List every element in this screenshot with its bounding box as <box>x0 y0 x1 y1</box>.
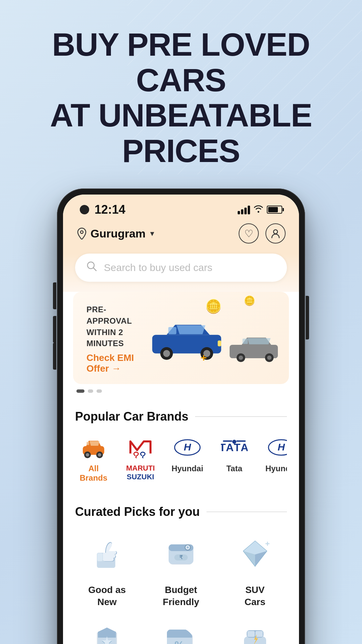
curated-picks-title: Curated Picks for you <box>75 505 200 519</box>
profile-button[interactable] <box>265 223 286 244</box>
certified-cars-icon <box>88 624 125 644</box>
svg-text:H: H <box>278 441 285 452</box>
profile-icon <box>270 228 281 238</box>
svg-point-40 <box>187 546 189 548</box>
svg-rect-33 <box>97 553 103 561</box>
banner-cta-button[interactable]: Check EMI Offer → <box>86 353 146 374</box>
svg-point-0 <box>80 231 83 233</box>
status-icons <box>238 204 282 215</box>
brands-row: All Brands <box>75 436 287 486</box>
signal-bars-icon <box>238 205 250 214</box>
svg-rect-9 <box>218 340 221 346</box>
svg-point-15 <box>267 356 272 360</box>
app-header: Gurugram ▾ ♡ <box>63 220 299 254</box>
phone-mockup: 12:14 <box>0 182 362 644</box>
status-bar: 12:14 <box>63 195 299 220</box>
phone-frame: 12:14 <box>57 189 305 644</box>
curated-divider <box>206 512 287 512</box>
search-icon <box>86 260 98 275</box>
good-as-new-icon-bg <box>83 531 130 578</box>
wishlist-button[interactable]: ♡ <box>239 223 259 244</box>
good-as-new-label: Good asNew <box>88 584 126 608</box>
curated-item-discount[interactable]: % DiscountedOffers <box>149 619 213 644</box>
hyundai-h-icon-2: H <box>268 439 287 456</box>
hyundai-logo-1: H <box>172 436 202 459</box>
svg-text:H: H <box>184 441 191 452</box>
hyundai-label-1: Hyundai <box>172 464 203 473</box>
banner-section: PRE-APPROVALWITHIN 2 MINUTES Check EMI O… <box>63 292 299 396</box>
svg-rect-55 <box>255 631 263 637</box>
banner-dot-3[interactable] <box>97 389 102 393</box>
discount-offers-icon: % <box>163 624 199 644</box>
svg-rect-11 <box>242 338 248 344</box>
hyundai-h-icon: H <box>174 439 201 456</box>
plus-decoration: + <box>200 352 207 364</box>
curated-item-certified[interactable]: CertifiedCars <box>75 619 139 644</box>
svg-point-21 <box>98 453 101 457</box>
location-city: Gurugram <box>90 227 145 240</box>
section-divider <box>195 416 287 417</box>
svg-point-13 <box>239 356 243 360</box>
status-time: 12:14 <box>95 203 125 217</box>
curated-item-budget[interactable]: ₹ BudgetFriendly <box>149 531 213 608</box>
battery-icon <box>267 206 282 214</box>
curated-item-electric[interactable]: ElectricCars <box>223 619 287 644</box>
brand-item-hyundai-1[interactable]: H Hyundai <box>169 436 206 483</box>
banner-text: PRE-APPROVALWITHIN 2 MINUTES Check EMI O… <box>86 304 146 374</box>
budget-icon-bg: ₹ <box>158 531 204 578</box>
tata-icon: TATA <box>221 439 248 456</box>
suv-cars-label: SUVCars <box>245 584 265 608</box>
all-brands-car-icon <box>80 437 107 458</box>
budget-friendly-label: BudgetFriendly <box>163 584 199 608</box>
brand-item-hyundai-2[interactable]: H Hyundai <box>263 436 287 483</box>
maruti-logo <box>125 436 156 459</box>
search-placeholder: Search to buy used cars <box>104 262 276 273</box>
suv-icon-bg <box>232 531 279 578</box>
popular-brands-section: Popular Car Brands <box>63 396 299 493</box>
svg-point-6 <box>163 350 170 357</box>
banner-dot-2[interactable] <box>88 389 93 393</box>
svg-text:%: % <box>175 639 184 644</box>
banner-dot-1[interactable] <box>76 389 84 393</box>
curated-picks-section: Curated Picks for you <box>63 493 299 644</box>
blue-suv-icon <box>146 317 227 361</box>
curated-item-suv[interactable]: SUVCars <box>223 531 287 608</box>
svg-point-19 <box>86 453 89 457</box>
discount-icon-bg: % <box>158 619 204 644</box>
popular-brands-title: Popular Car Brands <box>75 410 188 424</box>
search-bar[interactable]: Search to buy used cars <box>75 254 287 282</box>
svg-point-1 <box>274 230 278 234</box>
hero-title: BUY PRE LOVED CARS AT UNBEATABLE PRICES <box>20 27 342 168</box>
brand-item-tata[interactable]: TATA Tata <box>216 436 253 483</box>
all-brands-label: All Brands <box>75 464 112 483</box>
coin-decoration-2: 🪙 <box>244 295 255 306</box>
location-pin-icon <box>76 227 87 239</box>
svg-rect-17 <box>86 442 89 445</box>
svg-point-2 <box>87 262 94 269</box>
good-as-new-icon <box>88 536 125 573</box>
brand-item-all[interactable]: All Brands <box>75 436 112 483</box>
coin-decoration: 🪙 <box>205 299 222 314</box>
suv-cars-icon <box>237 536 274 573</box>
svg-rect-27 <box>236 440 246 442</box>
chevron-down-icon: ▾ <box>150 229 154 238</box>
curated-item-good-as-new[interactable]: Good asNew <box>75 531 139 608</box>
banner-cars <box>146 317 276 361</box>
svg-rect-54 <box>247 631 255 637</box>
brand-item-maruti[interactable]: MARUTI SUZUKI <box>122 436 159 483</box>
svg-point-25 <box>232 440 236 444</box>
maruti-suzuki-icon <box>127 437 154 458</box>
banner-card[interactable]: PRE-APPROVALWITHIN 2 MINUTES Check EMI O… <box>73 292 289 384</box>
tata-logo: TATA <box>219 436 249 459</box>
banner-dots <box>63 384 299 393</box>
electric-cars-icon <box>237 624 274 644</box>
tata-label: Tata <box>226 464 242 473</box>
header-actions: ♡ <box>239 223 286 244</box>
budget-friendly-icon: ₹ <box>163 536 199 573</box>
banner-subtitle: PRE-APPROVALWITHIN 2 MINUTES <box>86 304 146 349</box>
wifi-icon <box>253 204 263 215</box>
maruti-label: MARUTI SUZUKI <box>126 464 155 482</box>
hero-section: BUY PRE LOVED CARS AT UNBEATABLE PRICES <box>0 0 362 182</box>
svg-text:₹: ₹ <box>179 554 183 560</box>
location-selector[interactable]: Gurugram ▾ <box>76 227 154 240</box>
